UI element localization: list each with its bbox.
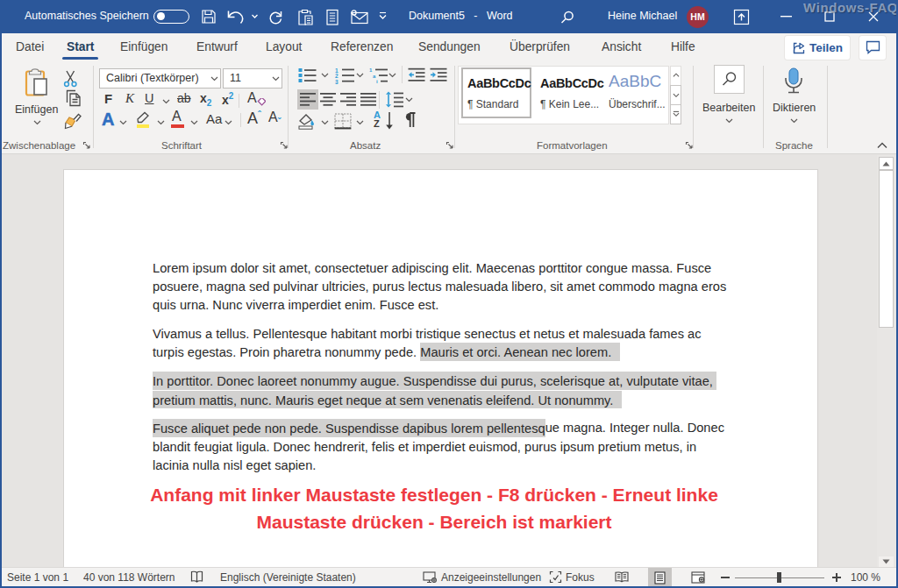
svg-text:1: 1: [369, 67, 373, 73]
svg-text:3: 3: [335, 79, 339, 85]
svg-text:i: i: [376, 79, 378, 84]
svg-text:a: a: [373, 74, 376, 79]
